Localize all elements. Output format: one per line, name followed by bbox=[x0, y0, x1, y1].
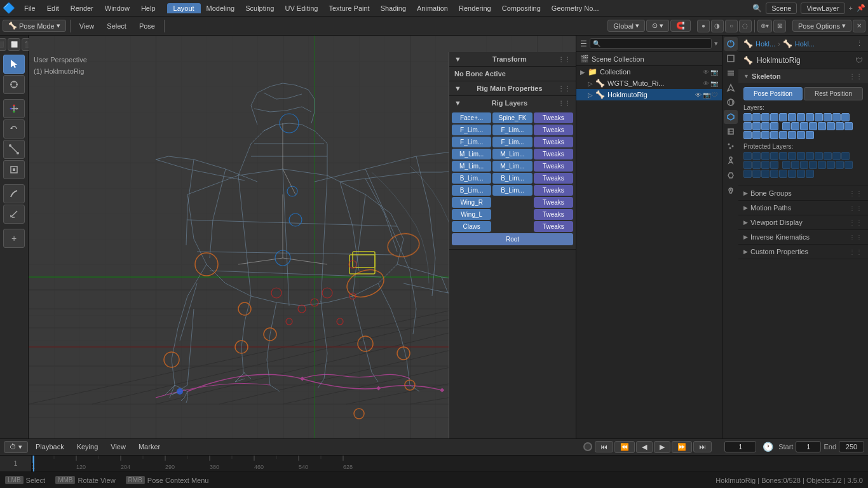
pldot-11[interactable] bbox=[832, 152, 841, 160]
ldot-22[interactable] bbox=[827, 122, 835, 130]
select-menu[interactable]: Select bbox=[102, 21, 132, 31]
pldot-31[interactable] bbox=[797, 170, 805, 178]
start-frame-input[interactable]: 1 bbox=[796, 441, 821, 452]
ldot-16[interactable] bbox=[770, 122, 778, 130]
layer-btn-flim-3[interactable]: F_Lim... bbox=[452, 137, 491, 147]
collection-visibility-btn[interactable]: 👁 bbox=[703, 69, 709, 76]
ldot-2[interactable] bbox=[752, 113, 761, 121]
pldot-28[interactable] bbox=[770, 170, 778, 178]
ldot-12[interactable] bbox=[841, 113, 850, 121]
rotate-tool[interactable] bbox=[3, 119, 25, 139]
pvtab-modifier[interactable] bbox=[724, 125, 738, 139]
timeline-editor-type[interactable]: ⏱ ▾ bbox=[4, 441, 28, 453]
ldot-32[interactable] bbox=[806, 131, 814, 139]
layer-btn-tweaks-6[interactable]: Tweaks bbox=[534, 173, 573, 184]
rmb-indicator[interactable]: RMB bbox=[126, 476, 145, 484]
pose-position-btn[interactable]: Pose Position bbox=[743, 87, 803, 100]
hokl-visibility-btn[interactable]: 👁 bbox=[695, 92, 702, 98]
play-reverse-btn[interactable]: ◀ bbox=[636, 441, 653, 453]
workspace-texture-paint[interactable]: Texture Paint bbox=[323, 3, 374, 13]
wgts-visibility-btn[interactable]: 👁 bbox=[703, 80, 709, 87]
close-overlay-btn[interactable]: ✕ bbox=[853, 20, 865, 32]
pvtab-scene[interactable] bbox=[724, 81, 738, 95]
pldot-12[interactable] bbox=[841, 152, 850, 160]
pldot-26[interactable] bbox=[752, 170, 761, 178]
menu-file[interactable]: File bbox=[19, 3, 41, 13]
menu-render[interactable]: Render bbox=[65, 3, 98, 13]
layer-btn-tweaks-4[interactable]: Tweaks bbox=[534, 149, 573, 159]
jump-start-btn[interactable]: ⏮ bbox=[595, 441, 613, 452]
outliner-search-input[interactable] bbox=[590, 38, 712, 49]
snap-btn[interactable]: 🧲 bbox=[670, 20, 691, 32]
jump-end-btn[interactable]: ⏭ bbox=[693, 441, 712, 452]
scene-pin-btn[interactable]: 📌 bbox=[857, 4, 865, 12]
skeleton-header[interactable]: ▼ Skeleton ⋮⋮ bbox=[738, 69, 868, 83]
next-keyframe-btn[interactable]: ⏩ bbox=[672, 441, 692, 453]
layer-btn-root[interactable]: Root bbox=[452, 233, 573, 245]
layer-btn-mlim-2[interactable]: M_Lim... bbox=[492, 149, 532, 159]
ldot-26[interactable] bbox=[752, 131, 761, 139]
ldot-30[interactable] bbox=[788, 131, 796, 139]
ldot-27[interactable] bbox=[761, 131, 770, 139]
ldot-4[interactable] bbox=[770, 113, 778, 121]
pldot-13[interactable] bbox=[743, 161, 752, 169]
workspace-modeling[interactable]: Modeling bbox=[201, 3, 240, 13]
pldot-3[interactable] bbox=[761, 152, 770, 160]
menu-edit[interactable]: Edit bbox=[42, 3, 64, 13]
pldot-4[interactable] bbox=[770, 152, 778, 160]
cursor-tool[interactable] bbox=[3, 75, 25, 94]
pvtab-object[interactable] bbox=[724, 110, 738, 124]
layer-btn-flim-2[interactable]: F_Lim... bbox=[492, 125, 532, 135]
menu-help[interactable]: Help bbox=[136, 3, 161, 13]
ik-header[interactable]: ▶ Inverse Kinematics ⋮⋮ bbox=[738, 230, 868, 244]
pldot-5[interactable] bbox=[779, 152, 787, 160]
ldot-18[interactable] bbox=[791, 122, 799, 130]
ldot-28[interactable] bbox=[770, 131, 778, 139]
pldot-7[interactable] bbox=[797, 152, 805, 160]
workspace-shading[interactable]: Shading bbox=[376, 3, 411, 13]
ldot-20[interactable] bbox=[809, 122, 817, 130]
pvtab-output[interactable] bbox=[724, 51, 738, 65]
layer-btn-mlim-4[interactable]: M_Lim... bbox=[492, 161, 532, 172]
ldot-3[interactable] bbox=[761, 113, 770, 121]
marker-menu[interactable]: Marker bbox=[133, 442, 165, 452]
layer-btn-claws[interactable]: Claws bbox=[452, 221, 491, 232]
pldot-2[interactable] bbox=[752, 152, 761, 160]
pvtab-view-layer[interactable] bbox=[724, 66, 738, 80]
pldot-21[interactable] bbox=[818, 161, 826, 169]
layer-btn-flim-1[interactable]: F_Lim... bbox=[452, 125, 491, 135]
bone-groups-header[interactable]: ▶ Bone Groups ⋮⋮ bbox=[738, 186, 868, 200]
ldot-31[interactable] bbox=[797, 131, 805, 139]
ldot-25[interactable] bbox=[743, 131, 752, 139]
timeline-view-menu[interactable]: View bbox=[105, 442, 131, 452]
pldot-14[interactable] bbox=[752, 161, 761, 169]
pose-menu[interactable]: Pose bbox=[134, 21, 160, 31]
play-btn[interactable]: ▶ bbox=[654, 441, 670, 453]
ldot-24[interactable] bbox=[844, 122, 853, 130]
select-tool[interactable] bbox=[3, 55, 25, 74]
layer-btn-tweaks-5[interactable]: Tweaks bbox=[534, 161, 573, 172]
current-frame-input[interactable]: 1 bbox=[724, 441, 756, 452]
npanel-rig-main-header[interactable]: ▼ Rig Main Properties ⋮⋮ bbox=[449, 81, 576, 95]
lt-icon2[interactable]: ⬜ bbox=[8, 38, 20, 51]
layer-btn-flim-4[interactable]: F_Lim... bbox=[492, 137, 532, 147]
keyframe-record-btn[interactable] bbox=[583, 442, 592, 451]
ldot-6[interactable] bbox=[788, 113, 796, 121]
pldot-24[interactable] bbox=[844, 161, 853, 169]
pivot-btn[interactable]: ⊙ ▾ bbox=[646, 20, 669, 32]
layer-btn-mlim-1[interactable]: M_Lim... bbox=[452, 149, 491, 159]
ldot-29[interactable] bbox=[779, 131, 787, 139]
menu-window[interactable]: Window bbox=[100, 3, 135, 13]
ldot-9[interactable] bbox=[815, 113, 823, 121]
viewport-shading-2[interactable]: ◑ bbox=[711, 20, 724, 32]
layer-btn-spine-fk[interactable]: Spine_FK bbox=[492, 112, 532, 123]
pldot-18[interactable] bbox=[791, 161, 799, 169]
props-expand-btn[interactable]: ⋮ bbox=[856, 39, 863, 48]
pldot-6[interactable] bbox=[788, 152, 796, 160]
ldot-1[interactable] bbox=[743, 113, 752, 121]
scene-selector[interactable]: Scene bbox=[766, 3, 797, 14]
ldot-17[interactable] bbox=[782, 122, 790, 130]
ldot-23[interactable] bbox=[836, 122, 844, 130]
collection-render-btn[interactable]: 📷 bbox=[710, 69, 718, 76]
outliner-filter-btn[interactable]: ▾ bbox=[714, 39, 718, 48]
